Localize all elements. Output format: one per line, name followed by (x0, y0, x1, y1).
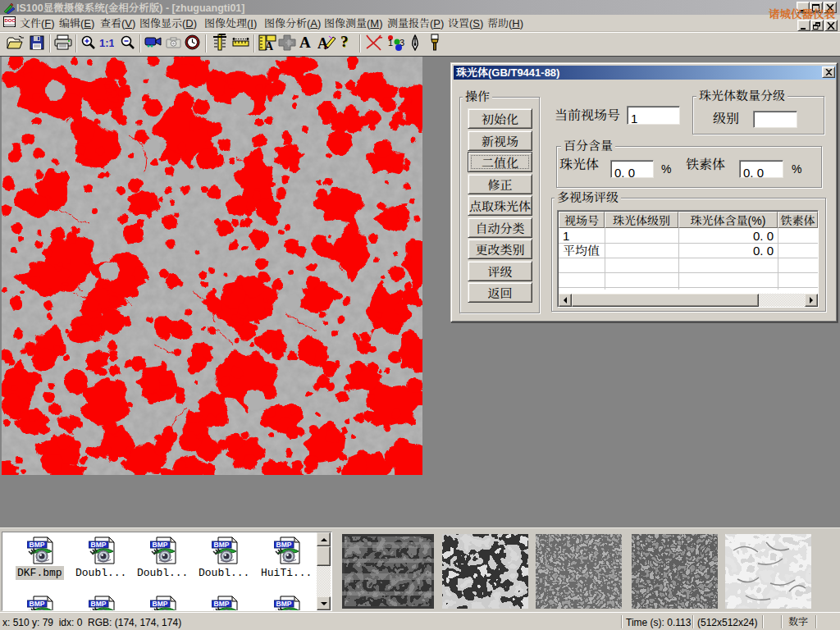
svg-text:BMP: BMP (91, 600, 107, 608)
svg-text:BMP: BMP (30, 600, 45, 608)
svg-text:BMP: BMP (276, 600, 292, 608)
svg-text:1: 1 (388, 38, 393, 48)
svg-text:BMP: BMP (153, 600, 168, 608)
svg-text:BMP: BMP (276, 541, 292, 549)
svg-text:BMP: BMP (153, 541, 168, 549)
svg-text:BMP: BMP (30, 541, 45, 549)
svg-text:DOC: DOC (5, 18, 16, 23)
svg-text:BMP: BMP (214, 600, 230, 608)
svg-text:A: A (299, 35, 311, 49)
svg-text:BMP: BMP (214, 541, 230, 549)
svg-text:BMP: BMP (91, 541, 107, 549)
svg-text:A: A (265, 40, 274, 51)
svg-text:1:1: 1:1 (99, 37, 114, 48)
svg-text:?: ? (340, 34, 349, 50)
